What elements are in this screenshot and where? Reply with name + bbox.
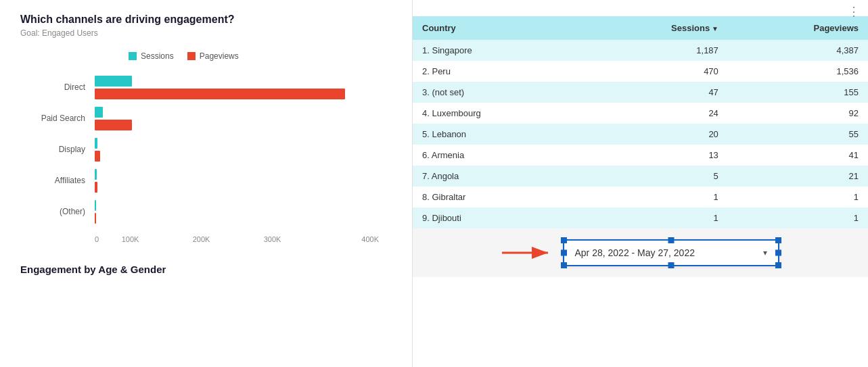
table-row: 1. Singapore 1,187 4,387 bbox=[413, 40, 868, 61]
table-row: 6. Armenia 13 41 bbox=[413, 145, 868, 166]
x-tick-300k: 300K bbox=[237, 235, 308, 243]
table-row: 3. (not set) 47 155 bbox=[413, 82, 868, 103]
channel-display: Display bbox=[20, 137, 392, 162]
bar-paid-sessions bbox=[95, 107, 103, 118]
cell-sessions: 5 bbox=[583, 166, 728, 187]
cell-pageviews: 55 bbox=[728, 124, 868, 145]
cell-sessions: 20 bbox=[583, 124, 728, 145]
cell-pageviews: 4,387 bbox=[728, 40, 868, 61]
channel-direct: Direct bbox=[20, 74, 392, 100]
legend-sessions-label: Sessions bbox=[141, 51, 174, 61]
legend-pageviews: Pageviews bbox=[187, 51, 239, 61]
cell-rank-country: 3. (not set) bbox=[413, 82, 583, 103]
bar-display-pageviews bbox=[95, 151, 100, 162]
cell-rank-country: 9. Djibouti bbox=[413, 207, 583, 228]
table-row: 8. Gibraltar 1 1 bbox=[413, 187, 868, 207]
x-tick-200k: 200K bbox=[166, 235, 237, 243]
channel-paid-search: Paid Search bbox=[20, 105, 392, 131]
svg-rect-0 bbox=[129, 52, 137, 60]
bar-direct-sessions bbox=[95, 76, 132, 87]
country-name: Luxembourg bbox=[432, 108, 480, 118]
rank-number: 9. bbox=[422, 213, 430, 223]
date-picker-area: Apr 28, 2022 - May 27, 2022 ▾ bbox=[413, 228, 868, 277]
handle-bm bbox=[668, 262, 674, 268]
cell-rank-country: 5. Lebanon bbox=[413, 124, 583, 145]
legend-pageviews-label: Pageviews bbox=[200, 51, 239, 61]
handle-tm bbox=[668, 237, 674, 243]
rank-number: 5. bbox=[422, 129, 430, 139]
legend: Sessions Pageviews bbox=[129, 51, 392, 61]
cell-pageviews: 1,536 bbox=[728, 61, 868, 82]
cell-pageviews: 92 bbox=[728, 103, 868, 124]
handle-ml bbox=[561, 250, 567, 256]
bars-other bbox=[95, 200, 96, 224]
table-row: 5. Lebanon 20 55 bbox=[413, 124, 868, 145]
bar-other-sessions bbox=[95, 200, 96, 211]
cell-pageviews: 21 bbox=[728, 166, 868, 187]
dropdown-arrow-icon[interactable]: ▾ bbox=[763, 248, 767, 258]
bar-chart: Direct Paid Search Display bbox=[20, 74, 392, 243]
cell-sessions: 24 bbox=[583, 103, 728, 124]
bar-direct-pageviews bbox=[95, 89, 345, 99]
rank-number: 4. bbox=[422, 108, 430, 118]
country-table: Country Sessions Pageviews 1. Singapore … bbox=[413, 16, 868, 228]
bar-affiliates-sessions bbox=[95, 169, 97, 180]
country-name: Djibouti bbox=[432, 213, 461, 223]
cell-sessions: 1,187 bbox=[583, 40, 728, 61]
country-name: Singapore bbox=[432, 45, 472, 55]
col-sessions[interactable]: Sessions bbox=[583, 16, 728, 40]
country-name: Gibraltar bbox=[432, 192, 465, 202]
legend-sessions: Sessions bbox=[129, 51, 174, 61]
channel-label-paid-search: Paid Search bbox=[20, 114, 95, 123]
country-name: Lebanon bbox=[432, 129, 466, 139]
bars-paid-search bbox=[95, 107, 132, 130]
channel-label-direct: Direct bbox=[20, 82, 95, 92]
cell-rank-country: 2. Peru bbox=[413, 61, 583, 82]
cell-rank-country: 4. Luxembourg bbox=[413, 103, 583, 124]
cell-pageviews: 155 bbox=[728, 82, 868, 103]
handle-mr bbox=[775, 250, 781, 256]
channel-label-other: (Other) bbox=[20, 207, 95, 216]
bar-paid-pageviews bbox=[95, 120, 132, 130]
sessions-legend-icon bbox=[129, 52, 137, 60]
rank-number: 8. bbox=[422, 192, 430, 202]
cell-pageviews: 1 bbox=[728, 207, 868, 228]
rank-number: 3. bbox=[422, 87, 430, 97]
table-row: 4. Luxembourg 24 92 bbox=[413, 103, 868, 124]
channel-affiliates: Affiliates bbox=[20, 168, 392, 193]
cell-pageviews: 1 bbox=[728, 187, 868, 207]
cell-sessions: 1 bbox=[583, 187, 728, 207]
table-row: 9. Djibouti 1 1 bbox=[413, 207, 868, 228]
rank-number: 7. bbox=[422, 171, 430, 181]
svg-rect-1 bbox=[187, 52, 196, 60]
bar-affiliates-pageviews bbox=[95, 182, 97, 193]
bars-display bbox=[95, 138, 100, 162]
red-arrow bbox=[502, 243, 556, 263]
chart-subtitle: Goal: Engaged Users bbox=[20, 28, 392, 38]
rank-number: 1. bbox=[422, 45, 430, 55]
handle-tl bbox=[561, 237, 567, 243]
right-panel: ⋮ Country Sessions Pageviews 1. Singapor… bbox=[413, 0, 868, 367]
cell-sessions: 1 bbox=[583, 207, 728, 228]
country-name: Angola bbox=[432, 171, 459, 181]
col-country[interactable]: Country bbox=[413, 16, 583, 40]
cell-sessions: 470 bbox=[583, 61, 728, 82]
x-axis: 0 100K 200K 300K 400K bbox=[95, 235, 379, 243]
handle-br bbox=[775, 262, 781, 268]
cell-pageviews: 41 bbox=[728, 145, 868, 166]
rank-number: 2. bbox=[422, 66, 430, 76]
table-row: 7. Angola 5 21 bbox=[413, 166, 868, 187]
channel-other: (Other) bbox=[20, 199, 392, 224]
more-icon[interactable]: ⋮ bbox=[848, 4, 860, 19]
cell-rank-country: 7. Angola bbox=[413, 166, 583, 187]
table-header-row: Country Sessions Pageviews bbox=[413, 16, 868, 40]
col-pageviews[interactable]: Pageviews bbox=[728, 16, 868, 40]
date-picker-box[interactable]: Apr 28, 2022 - May 27, 2022 ▾ bbox=[563, 239, 779, 266]
bar-display-sessions bbox=[95, 138, 97, 149]
handle-bl bbox=[561, 262, 567, 268]
cell-rank-country: 8. Gibraltar bbox=[413, 187, 583, 207]
bottom-title: Engagement by Age & Gender bbox=[20, 264, 392, 275]
country-name: Peru bbox=[432, 66, 450, 76]
chart-title: Which channels are driving engagement? bbox=[20, 14, 392, 26]
country-name: Armenia bbox=[432, 150, 464, 160]
